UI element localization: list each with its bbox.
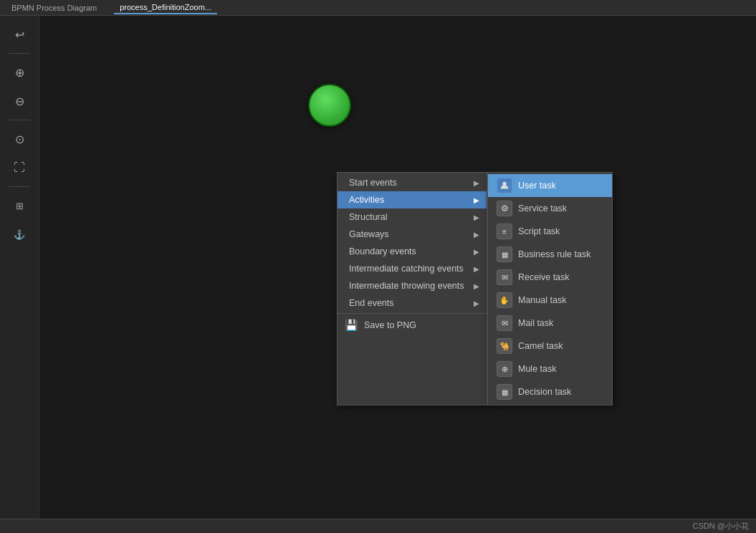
chevron-icon: ▶ [474,265,479,273]
menu-item-intermediate-catching[interactable]: Intermediate catching events ▶ [338,260,487,277]
business-rule-task-icon: ▦ [497,246,512,262]
context-menu: Start events ▶ Activities ▶ Structural ▶… [337,172,613,405]
sub-item-manual-task[interactable]: ✋ Manual task [488,289,612,312]
toolbar-divider-1 [9,53,30,54]
zoom-out-button[interactable]: ⊖ [6,88,32,114]
service-task-icon: ⚙ [497,201,512,216]
script-task-icon: ≡ [497,224,512,239]
start-event-node[interactable] [308,84,351,127]
receive-task-icon: ✉ [497,269,512,285]
chevron-icon: ▶ [474,196,479,204]
sub-item-business-rule-task[interactable]: ▦ Business rule task [488,243,612,266]
undo-button[interactable]: ↩ [6,21,32,47]
user-task-icon [497,178,512,193]
sub-item-decision-task[interactable]: ▦ Decision task [488,380,612,403]
sub-item-script-task[interactable]: ≡ Script task [488,220,612,243]
sub-item-service-task[interactable]: ⚙ Service task [488,197,612,220]
fullscreen-button[interactable]: ⛶ [6,155,32,181]
menu-item-end-events[interactable]: End events ▶ [338,294,487,312]
context-menu-main: Start events ▶ Activities ▶ Structural ▶… [337,172,487,405]
chevron-icon: ▶ [474,179,479,187]
sub-item-mule-task[interactable]: ⊕ Mule task [488,357,612,380]
anchor-button[interactable]: ⚓ [6,221,32,247]
titlebar: BPMN Process Diagram process_DefinitionZ… [0,0,756,16]
menu-item-activities[interactable]: Activities ▶ [338,191,487,208]
save-icon: 💾 [345,319,358,332]
chevron-icon: ▶ [474,231,479,239]
sub-item-user-task[interactable]: User task [488,174,612,197]
sub-item-receive-task[interactable]: ✉ Receive task [488,266,612,289]
camel-task-icon: 🐪 [497,338,512,354]
menu-item-intermediate-throwing[interactable]: Intermediate throwing events ▶ [338,277,487,294]
grid-button[interactable]: ⊞ [6,193,32,219]
toolbar-divider-3 [9,186,30,187]
menu-item-start-events[interactable]: Start events ▶ [338,174,487,191]
chevron-icon: ▶ [474,213,479,221]
decision-task-icon: ▦ [497,384,512,400]
menu-separator [338,313,487,314]
chevron-icon: ▶ [474,299,479,307]
sub-item-mail-task[interactable]: ✉ Mail task [488,312,612,335]
tab-bpmn-diagram[interactable]: BPMN Process Diagram [6,2,102,14]
zoom-in-button[interactable]: ⊕ [6,59,32,85]
menu-item-boundary-events[interactable]: Boundary events ▶ [338,243,487,260]
chevron-icon: ▶ [474,248,479,256]
menu-item-gateways[interactable]: Gateways ▶ [338,226,487,243]
mail-task-icon: ✉ [497,315,512,331]
chevron-icon: ▶ [474,282,479,290]
toolbar: ↩ ⊕ ⊖ ⊙ ⛶ ⊞ ⚓ [0,16,39,533]
toolbar-divider-2 [9,120,30,120]
menu-item-save-png[interactable]: 💾 Save to PNG [338,315,487,335]
tab-process-definition[interactable]: process_DefinitionZoom... [114,1,217,14]
statusbar: CSDN @小小花 [0,519,756,533]
statusbar-text: CSDN @小小花 [693,521,749,532]
sub-item-camel-task[interactable]: 🐪 Camel task [488,335,612,357]
menu-item-structural[interactable]: Structural ▶ [338,208,487,226]
canvas[interactable]: Start events ▶ Activities ▶ Structural ▶… [39,16,756,519]
mule-task-icon: ⊕ [497,361,512,377]
manual-task-icon: ✋ [497,292,512,308]
context-menu-sub: User task ⚙ Service task ≡ Script task ▦… [487,172,613,405]
zoom-fit-button[interactable]: ⊙ [6,126,32,152]
